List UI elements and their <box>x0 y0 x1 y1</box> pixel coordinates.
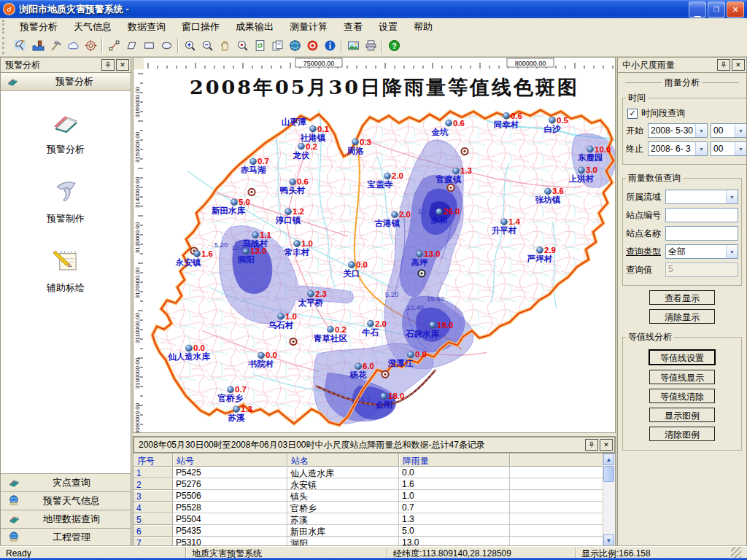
radar-icon[interactable] <box>12 37 29 54</box>
copy-pages-icon[interactable] <box>268 37 286 54</box>
table-row[interactable]: 7P5310洞阳13.0 <box>133 537 603 546</box>
sidebar-nav-灾点查询[interactable]: 灾点查询 <box>1 473 131 491</box>
chevron-down-icon[interactable]: ▼ <box>695 142 707 155</box>
chevron-down-icon[interactable]: ▼ <box>726 245 738 258</box>
close-button[interactable]: ✕ <box>727 1 744 18</box>
menubar-grip[interactable] <box>2 20 9 33</box>
station-id-input[interactable] <box>665 208 738 222</box>
等值线清除-button[interactable]: 等值线清除 <box>649 389 715 403</box>
menu-item-数据查询[interactable]: 数据查询 <box>120 19 174 34</box>
sidebar-group-header[interactable]: 预警分析 <box>1 73 131 91</box>
zoom-out-icon[interactable] <box>198 37 216 54</box>
column-header-站号[interactable]: 站号 <box>173 454 287 467</box>
restore-button[interactable]: ❐ <box>708 1 725 18</box>
menu-item-成果输出[interactable]: 成果输出 <box>228 19 282 34</box>
book-icon <box>7 75 18 89</box>
svg-text:鸭头村: 鸭头村 <box>280 186 306 195</box>
等值线显示-button[interactable]: 等值线显示 <box>649 370 715 384</box>
table-cell-filler <box>510 537 603 546</box>
table-row[interactable]: 6P5435新田水库5.0 <box>133 525 603 537</box>
table-cell: 2 <box>133 478 173 490</box>
svg-text:2.0: 2.0 <box>375 319 387 328</box>
flood-icon[interactable] <box>29 37 47 54</box>
table-row[interactable]: 2P5276永安镇1.6 <box>133 478 603 490</box>
查看显示-button[interactable]: 查看显示 <box>649 290 715 305</box>
pin-icon[interactable] <box>101 59 115 71</box>
info-icon[interactable] <box>321 37 338 54</box>
column-header-降雨量[interactable]: 降雨量 <box>399 454 510 467</box>
chevron-down-icon[interactable]: ▼ <box>735 124 746 137</box>
image-icon[interactable] <box>344 37 362 54</box>
svg-text:0.0: 0.0 <box>266 351 277 359</box>
table-cell-filler <box>510 513 603 525</box>
zoom-in-icon[interactable] <box>181 37 198 54</box>
scroll-down-icon[interactable]: ▼ <box>603 534 614 546</box>
svg-text:0.7: 0.7 <box>258 157 269 166</box>
zoom-select-icon[interactable] <box>233 37 251 54</box>
menu-item-帮助[interactable]: 帮助 <box>406 19 441 34</box>
close-icon[interactable]: ✕ <box>732 59 745 71</box>
sidebar-nav-工程管理[interactable]: 工程管理 <box>1 528 131 546</box>
chevron-down-icon[interactable]: ▼ <box>695 124 707 137</box>
time-range-checkbox[interactable]: ✓ <box>627 109 638 119</box>
sidebar-item-辅助标绘[interactable]: 辅助标绘 <box>1 246 131 295</box>
pan-hand-icon[interactable] <box>216 37 233 54</box>
等值线设置-button[interactable]: 等值线设置 <box>649 349 716 365</box>
basin-select[interactable]: ▼ <box>665 190 738 204</box>
refresh-page-icon[interactable] <box>251 37 268 54</box>
polygon-tool-icon[interactable] <box>123 37 140 54</box>
globe-icon[interactable] <box>286 37 303 54</box>
table-cell: 1 <box>133 467 173 478</box>
ellipse-tool-icon[interactable] <box>158 37 175 54</box>
target-icon[interactable] <box>82 37 99 54</box>
line-tool-icon[interactable] <box>105 37 123 54</box>
toolbar-grip[interactable] <box>2 37 9 54</box>
menu-item-设置[interactable]: 设置 <box>371 19 406 34</box>
pickaxe-icon[interactable] <box>47 37 64 54</box>
svg-text:800000.00: 800000.00 <box>515 60 546 67</box>
start-date-select[interactable]: 2008- 5-30 ▼ <box>648 123 708 138</box>
table-row[interactable]: 5P5504苏溪1.3 <box>133 513 603 525</box>
table-row[interactable]: 3P5506镇头1.0 <box>133 490 603 502</box>
menu-item-查看[interactable]: 查看 <box>336 19 371 34</box>
pin-icon[interactable] <box>717 59 730 71</box>
svg-text:书院村: 书院村 <box>248 359 274 368</box>
rectangle-tool-icon[interactable] <box>140 37 158 54</box>
menu-item-预警分析[interactable]: 预警分析 <box>12 19 66 34</box>
help-icon[interactable]: ? <box>385 37 403 54</box>
chevron-down-icon[interactable]: ▼ <box>735 142 746 155</box>
map-canvas[interactable]: 0.1社港镇0.2龙伏0.3周洛0.6金坑0.6同幸村0.5白沙0.7赤马湖0.… <box>144 69 615 432</box>
menu-item-天气信息[interactable]: 天气信息 <box>66 19 120 34</box>
stop-icon[interactable] <box>303 37 321 54</box>
清除显示-button[interactable]: 清除显示 <box>649 309 715 324</box>
query-type-select[interactable]: 全部 ▼ <box>665 244 738 259</box>
svg-text:0.6: 0.6 <box>511 112 522 120</box>
menu-item-测量计算[interactable]: 测量计算 <box>282 19 336 34</box>
pin-icon[interactable] <box>585 439 598 451</box>
清除图例-button[interactable]: 清除图例 <box>649 427 715 441</box>
column-header-序号[interactable]: 序号 <box>133 454 173 467</box>
column-header-站名[interactable]: 站名 <box>287 454 399 467</box>
sidebar-item-预警分析[interactable]: 预警分析 <box>1 107 131 156</box>
station-name-input[interactable] <box>665 226 738 241</box>
chevron-down-icon[interactable]: ▼ <box>726 190 738 203</box>
print-icon[interactable] <box>362 37 379 54</box>
scroll-thumb[interactable] <box>603 466 614 482</box>
scroll-up-icon[interactable]: ▲ <box>603 454 614 465</box>
close-icon[interactable]: ✕ <box>116 59 129 71</box>
table-row[interactable]: 4P5528官桥乡0.7 <box>133 502 603 513</box>
sidebar-nav-预警天气信息[interactable]: 预警天气信息 <box>1 491 131 510</box>
end-date-select[interactable]: 2008- 6- 3 ▼ <box>648 141 708 156</box>
menu-item-窗口操作[interactable]: 窗口操作 <box>174 19 228 34</box>
end-hour-select[interactable]: 00 ▼ <box>711 141 747 156</box>
sidebar-nav-地理数据查询[interactable]: 地理数据查询 <box>1 510 131 528</box>
sidebar-item-预警制作[interactable]: 预警制作 <box>1 176 131 225</box>
table-row[interactable]: 1P5425仙人造水库0.0 <box>133 467 603 478</box>
minimize-button[interactable]: ▁ <box>689 1 706 18</box>
svg-text:太平桥: 太平桥 <box>298 298 324 308</box>
table-scrollbar[interactable]: ▲ ▼ <box>603 454 615 546</box>
显示图例-button[interactable]: 显示图例 <box>649 408 715 422</box>
close-icon[interactable]: ✕ <box>600 439 613 451</box>
start-hour-select[interactable]: 00 ▼ <box>711 123 747 138</box>
cloud-icon[interactable] <box>64 37 82 54</box>
